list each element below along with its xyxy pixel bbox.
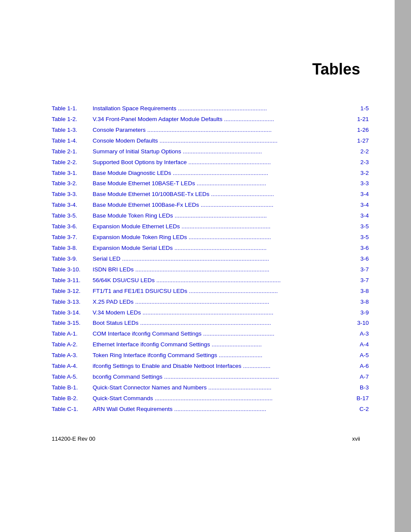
toc-description: Console Modem Defaults .................… [93, 137, 349, 146]
toc-description: Base Module Ethernet 10/100BASE-Tx LEDs … [93, 190, 349, 199]
toc-row[interactable]: Table 3-15.Boot Status LEDs ............… [52, 319, 369, 328]
toc-row[interactable]: Table A-5.bconfig Command Settings .....… [52, 373, 369, 382]
toc-description: Expansion Module Serial LEDs ...........… [93, 244, 349, 253]
toc-page: B-17 [349, 394, 369, 403]
toc-label: Table 2-2. [52, 158, 93, 167]
toc-row[interactable]: Table 3-13.X.25 PAD LEDs ...............… [52, 298, 369, 307]
toc-page: A-5 [349, 351, 369, 360]
toc-page: 3-7 [349, 265, 369, 274]
toc-description: bconfig Command Settings ...............… [93, 373, 349, 382]
toc-row[interactable]: Table 1-1.Installation Space Requirement… [52, 104, 369, 113]
toc-page: 1-5 [349, 104, 369, 113]
toc-page: 3-8 [349, 298, 369, 307]
toc-label: Table 3-3. [52, 190, 93, 199]
toc-description: Quick-Start Commands ...................… [93, 394, 349, 403]
toc-row[interactable]: Table 3-10.ISDN BRI LEDs ...............… [52, 265, 369, 274]
toc-page: C-2 [349, 405, 369, 414]
toc-row[interactable]: Table 3-8.Expansion Module Serial LEDs .… [52, 244, 369, 253]
toc-label: Table 3-10. [52, 265, 93, 274]
toc-page: A-3 [349, 330, 369, 339]
toc-row[interactable]: Table 3-6.Expansion Module Ethernet LEDs… [52, 222, 369, 231]
toc-row[interactable]: Table A-4.ifconfig Settings to Enable an… [52, 362, 369, 371]
toc-page: A-7 [349, 373, 369, 382]
toc-label: Table 3-11. [52, 276, 93, 285]
toc-page: 3-4 [349, 212, 369, 221]
toc-label: Table 3-15. [52, 319, 93, 328]
toc-label: Table 1-1. [52, 104, 93, 113]
toc-label: Table A-1. [52, 330, 93, 339]
toc-page: B-3 [349, 383, 369, 392]
toc-page: A-6 [349, 362, 369, 371]
toc-row[interactable]: Table 3-4.Base Module Ethernet 100Base-F… [52, 201, 369, 210]
toc-description: Summary of Initial Startup Options .....… [93, 147, 349, 156]
toc-page: 1-21 [349, 115, 369, 124]
toc-page: 3-8 [349, 287, 369, 296]
toc-description: Token Ring Interface ifconfig Command Se… [93, 351, 349, 360]
toc-label: Table 1-4. [52, 137, 93, 146]
toc-description: Console Parameters .....................… [93, 126, 349, 135]
toc-row[interactable]: Table 3-14.V.34 Modem LEDs .............… [52, 308, 369, 317]
toc-description: Boot Status LEDs .......................… [93, 319, 349, 328]
toc-row[interactable]: Table 1-2.V.34 Front-Panel Modem Adapter… [52, 115, 369, 124]
toc-row[interactable]: Table 3-5.Base Module Token Ring LEDs ..… [52, 212, 369, 221]
toc-description: Quick-Start Connector Names and Numbers … [93, 383, 349, 392]
toc-description: Installation Space Requirements ........… [93, 104, 349, 113]
toc-description: FT1/T1 and FE1/E1 DSU/CSU LEDs .........… [93, 287, 349, 296]
toc-row[interactable]: Table B-1.Quick-Start Connector Names an… [52, 383, 369, 392]
footer: 114200-E Rev 00 xvii [52, 436, 369, 442]
toc-page: 3-5 [349, 222, 369, 231]
toc-row[interactable]: Table A-3.Token Ring Interface ifconfig … [52, 351, 369, 360]
toc-label: Table A-5. [52, 373, 93, 382]
toc-page: 3-9 [349, 308, 369, 317]
toc-label: Table 2-1. [52, 147, 93, 156]
toc-page: 3-6 [349, 244, 369, 253]
toc-page: 3-7 [349, 276, 369, 285]
toc-page: 3-2 [349, 169, 369, 178]
toc-page: 3-4 [349, 190, 369, 199]
toc-row[interactable]: Table 1-3.Console Parameters ...........… [52, 126, 369, 135]
toc-description: V.34 Front-Panel Modem Adapter Module De… [93, 115, 349, 124]
right-sidebar [395, 0, 411, 532]
toc-description: Base Module Diagnostic LEDs ............… [93, 169, 349, 178]
toc-description: ISDN BRI LEDs ..........................… [93, 265, 349, 274]
page-title: Tables [52, 60, 369, 78]
toc-row[interactable]: Table 2-1.Summary of Initial Startup Opt… [52, 147, 369, 156]
toc-page: A-4 [349, 340, 369, 349]
toc-label: Table A-2. [52, 340, 93, 349]
toc-list: Table 1-1.Installation Space Requirement… [52, 104, 369, 414]
toc-row[interactable]: Table B-2.Quick-Start Commands .........… [52, 394, 369, 403]
toc-label: Table A-3. [52, 351, 93, 360]
toc-page: 3-10 [349, 319, 369, 328]
toc-row[interactable]: Table 3-12.FT1/T1 and FE1/E1 DSU/CSU LED… [52, 287, 369, 296]
toc-label: Table 3-13. [52, 298, 93, 307]
toc-row[interactable]: Table 3-2.Base Module Ethernet 10BASE-T … [52, 179, 369, 188]
toc-description: Ethernet Interface ifconfig Command Sett… [93, 340, 349, 349]
toc-label: Table 1-3. [52, 126, 93, 135]
toc-row[interactable]: Table 3-11.56/64K DSU/CSU LEDs .........… [52, 276, 369, 285]
toc-row[interactable]: Table 1-4.Console Modem Defaults .......… [52, 137, 369, 146]
toc-row[interactable]: Table 3-3.Base Module Ethernet 10/100BAS… [52, 190, 369, 199]
toc-row[interactable]: Table 3-7.Expansion Module Token Ring LE… [52, 233, 369, 242]
toc-page: 3-3 [349, 179, 369, 188]
toc-description: 56/64K DSU/CSU LEDs ....................… [93, 276, 349, 285]
footer-left: 114200-E Rev 00 [52, 436, 95, 442]
toc-description: Base Module Ethernet 100Base-Fx LEDs ...… [93, 201, 349, 210]
footer-right: xvii [352, 436, 360, 442]
toc-row[interactable]: Table C-1.ARN Wall Outlet Requirements .… [52, 405, 369, 414]
toc-label: Table B-2. [52, 394, 93, 403]
toc-row[interactable]: Table 2-2.Supported Boot Options by Inte… [52, 158, 369, 167]
toc-page: 3-6 [349, 255, 369, 264]
toc-description: ARN Wall Outlet Requirements ...........… [93, 405, 349, 414]
toc-label: Table 3-8. [52, 244, 93, 253]
toc-row[interactable]: Table 3-9.Serial LED ...................… [52, 255, 369, 264]
toc-row[interactable]: Table A-2.Ethernet Interface ifconfig Co… [52, 340, 369, 349]
toc-description: COM Interface ifconfig Command Settings … [93, 330, 349, 339]
toc-label: Table 3-6. [52, 222, 93, 231]
toc-label: Table 3-2. [52, 179, 93, 188]
page-container: Tables Table 1-1.Installation Space Requ… [0, 0, 411, 532]
toc-row[interactable]: Table A-1.COM Interface ifconfig Command… [52, 330, 369, 339]
toc-page: 2-3 [349, 158, 369, 167]
toc-row[interactable]: Table 3-1.Base Module Diagnostic LEDs ..… [52, 169, 369, 178]
toc-label: Table 3-14. [52, 308, 93, 317]
toc-page: 3-5 [349, 233, 369, 242]
